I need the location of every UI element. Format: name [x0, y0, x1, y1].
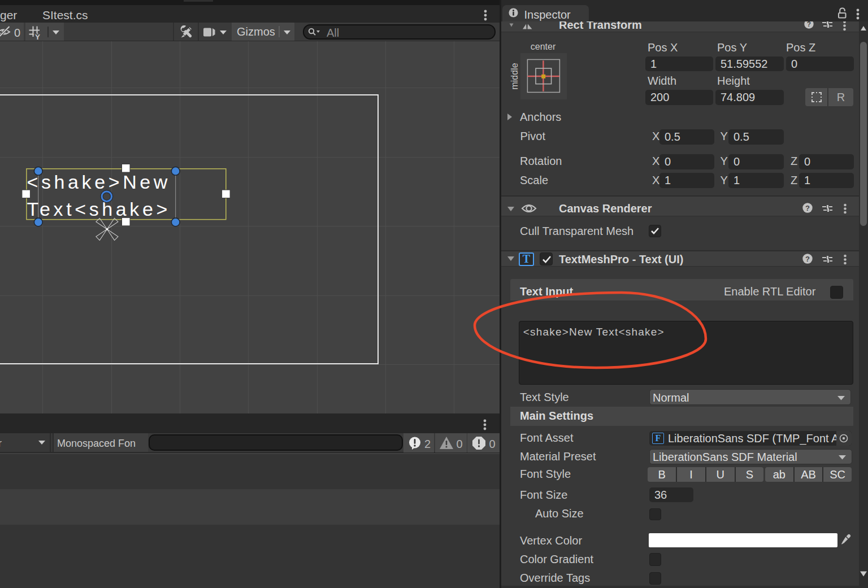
svg-text:?: ?	[805, 255, 810, 263]
svg-text:?: ?	[805, 204, 810, 212]
svg-text:Y: Y	[35, 33, 40, 41]
svg-text:?: ?	[807, 21, 811, 28]
